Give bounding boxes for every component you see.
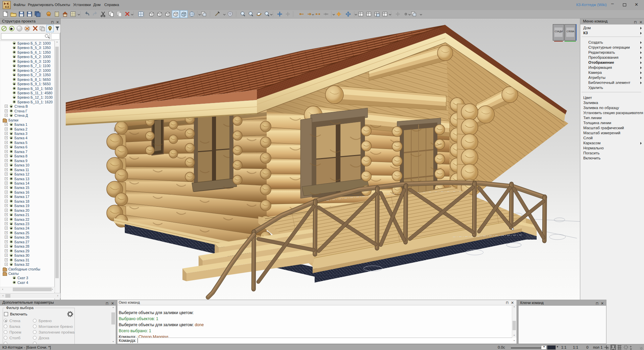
svg-text:8.3: 8.3 bbox=[5, 5, 9, 8]
